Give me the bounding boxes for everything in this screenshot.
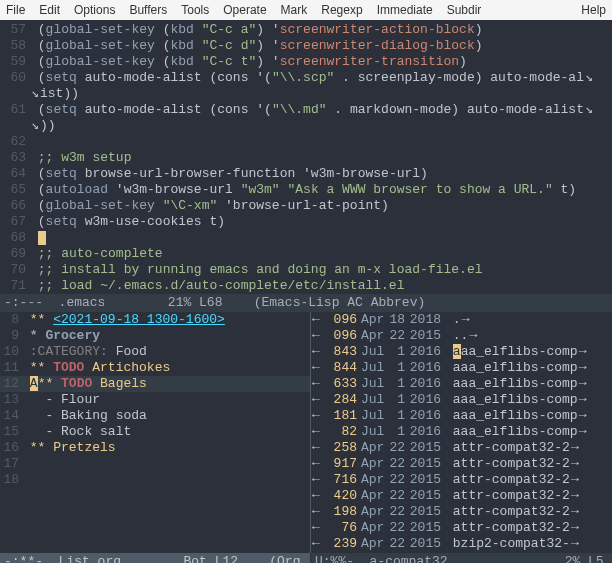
dired-row[interactable]: ←258Apr222015 attr-compat32-2→ — [311, 440, 612, 456]
modeline-emacs: -:--- .emacs 21% L68 (Emacs-Lisp AC Abbr… — [0, 294, 612, 312]
cursor — [38, 231, 46, 245]
dired-row[interactable]: ←917Apr222015 attr-compat32-2→ — [311, 456, 612, 472]
menu-mark[interactable]: Mark — [281, 3, 308, 17]
dired-row[interactable]: ←096Apr182018 .→ — [311, 312, 612, 328]
menu-regexp[interactable]: Regexp — [321, 3, 362, 17]
dired-row[interactable]: ←239Apr222015 bzip2-compat32-→ — [311, 536, 612, 552]
dired-buffer[interactable]: ←096Apr182018 .→←096Apr222015 ..→←843Jul… — [310, 312, 612, 553]
modeline-org: -:**- List.org Bot L12 (Org — [0, 553, 310, 563]
dired-row[interactable]: ←284Jul12016 aaa_elflibs-comp→ — [311, 392, 612, 408]
emacs-lisp-buffer[interactable]: 57 (global-set-key (kbd "C-c a") 'screen… — [0, 20, 612, 294]
dired-row[interactable]: ←181Jul12016 aaa_elflibs-comp→ — [311, 408, 612, 424]
dired-row[interactable]: ← 82Jul12016 aaa_elflibs-comp→ — [311, 424, 612, 440]
menu-bar: File Edit Options Buffers Tools Operate … — [0, 0, 612, 20]
menu-tools[interactable]: Tools — [181, 3, 209, 17]
org-buffer[interactable]: 8 ** <2021-09-18 1300-1600>9 * Grocery10… — [0, 312, 310, 553]
dired-row[interactable]: ← 76Apr222015 attr-compat32-2→ — [311, 520, 612, 536]
dired-row[interactable]: ←420Apr222015 attr-compat32-2→ — [311, 488, 612, 504]
dired-row[interactable]: ←716Apr222015 attr-compat32-2→ — [311, 472, 612, 488]
dired-row[interactable]: ←198Apr222015 attr-compat32-2→ — [311, 504, 612, 520]
dired-row[interactable]: ←843Jul12016 aaa_elflibs-comp→ — [311, 344, 612, 360]
menu-immediate[interactable]: Immediate — [377, 3, 433, 17]
menu-help[interactable]: Help — [581, 3, 606, 17]
menu-buffers[interactable]: Buffers — [129, 3, 167, 17]
menu-file[interactable]: File — [6, 3, 25, 17]
menu-edit[interactable]: Edit — [39, 3, 60, 17]
dired-row[interactable]: ←633Jul12016 aaa_elflibs-comp→ — [311, 376, 612, 392]
menu-subdir[interactable]: Subdir — [447, 3, 482, 17]
modeline-dired: U:%%- a-compat32 2% L5 — [310, 553, 612, 563]
dired-row[interactable]: ←096Apr222015 ..→ — [311, 328, 612, 344]
menu-operate[interactable]: Operate — [223, 3, 266, 17]
menu-options[interactable]: Options — [74, 3, 115, 17]
dired-row[interactable]: ←844Jul12016 aaa_elflibs-comp→ — [311, 360, 612, 376]
